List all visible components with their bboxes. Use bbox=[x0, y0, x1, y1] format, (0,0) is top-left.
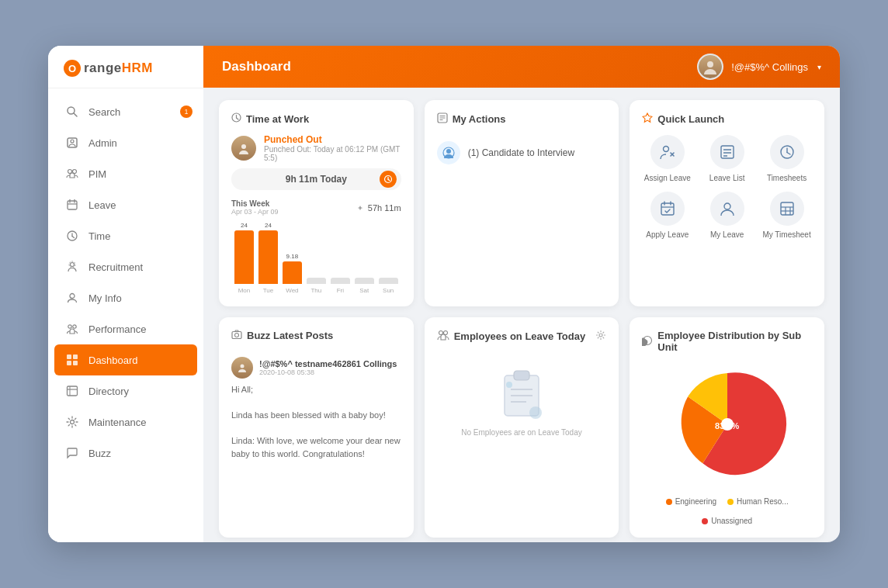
employees-icon bbox=[437, 330, 449, 343]
avatar bbox=[697, 54, 723, 80]
main-area: Dashboard !@#$%^ Collings ▾ bbox=[203, 46, 840, 542]
widgets-grid: Time at Work Punched Out Punched Out: To… bbox=[219, 100, 824, 538]
widget-my-actions: My Actions (1) Candidate to Interview bbox=[425, 100, 619, 306]
performance-icon bbox=[64, 320, 81, 337]
empty-text: No Employees are on Leave Today bbox=[461, 428, 581, 437]
svg-point-38 bbox=[446, 149, 451, 154]
quick-item-my-leave[interactable]: My Leave bbox=[702, 192, 752, 239]
widget-title: My Actions bbox=[437, 112, 506, 126]
widget-title: Buzz Latest Posts bbox=[231, 330, 333, 341]
sidebar-logo: O rangeHRM bbox=[48, 46, 203, 88]
chart-label: Sat bbox=[355, 287, 374, 294]
recruitment-icon bbox=[64, 258, 81, 275]
search-icon bbox=[64, 103, 81, 120]
widget-time-at-work: Time at Work Punched Out Punched Out: To… bbox=[219, 100, 414, 306]
bar-rect bbox=[234, 230, 254, 284]
quick-item-my-timesheet[interactable]: My Timesheet bbox=[761, 192, 812, 239]
gear-icon[interactable] bbox=[595, 330, 606, 343]
legend-dot-engineering bbox=[666, 499, 672, 505]
search-badge: 1 bbox=[180, 105, 193, 118]
quick-icon bbox=[710, 135, 744, 169]
quick-label: Apply Leave bbox=[646, 230, 689, 239]
bar-column: 24 bbox=[234, 222, 254, 284]
quick-item-assign-leave[interactable]: Assign Leave bbox=[642, 135, 692, 182]
timer-icon[interactable] bbox=[380, 171, 397, 188]
svg-rect-60 bbox=[232, 332, 241, 339]
candidate-icon bbox=[437, 141, 460, 164]
bar-rect bbox=[307, 278, 326, 284]
leave-icon bbox=[64, 196, 81, 213]
sidebar-item-search[interactable]: Search 1 bbox=[48, 96, 203, 127]
buzz-avatar bbox=[231, 357, 253, 379]
sidebar-item-label: PIM bbox=[88, 168, 106, 180]
svg-rect-18 bbox=[67, 355, 71, 359]
bar-column bbox=[355, 222, 374, 284]
week-label: This Week bbox=[231, 199, 279, 208]
dashboard-icon bbox=[64, 351, 81, 368]
empty-state: No Employees are on Leave Today bbox=[437, 352, 607, 452]
svg-point-3 bbox=[71, 140, 74, 143]
bar-column bbox=[379, 222, 398, 284]
quick-launch-icon bbox=[642, 112, 653, 126]
quick-item-apply-leave[interactable]: Apply Leave bbox=[642, 192, 692, 239]
chart-label: Sun bbox=[379, 287, 398, 294]
chart-label: Wed bbox=[283, 287, 302, 294]
sidebar-item-label: Admin bbox=[88, 137, 117, 149]
sidebar-item-label: Directory bbox=[88, 386, 129, 397]
sidebar-item-directory[interactable]: Directory bbox=[48, 375, 203, 406]
quick-icon bbox=[710, 192, 744, 226]
legend-item-human-resources: Human Reso... bbox=[727, 497, 789, 506]
sidebar-item-label: Leave bbox=[88, 199, 116, 211]
sidebar-item-admin[interactable]: Admin bbox=[48, 127, 203, 158]
punch-info: Punched Out Punched Out: Today at 06:12 … bbox=[231, 134, 401, 162]
svg-line-1 bbox=[74, 113, 77, 116]
pim-icon bbox=[64, 165, 81, 182]
sidebar-item-buzz[interactable]: Buzz bbox=[48, 438, 203, 469]
bar-rect bbox=[258, 230, 278, 284]
bar-value: 24 bbox=[241, 222, 248, 229]
chart-bars: 24249.18 bbox=[231, 222, 401, 284]
maintenance-icon bbox=[64, 413, 81, 431]
svg-rect-68 bbox=[514, 371, 529, 380]
widget-header: Quick Launch bbox=[642, 112, 812, 126]
punch-avatar bbox=[231, 136, 256, 161]
week-hours: 57h 11m bbox=[356, 203, 401, 213]
punch-out-text: Punched Out: Today at 06:12 PM (GMT 5:5) bbox=[264, 145, 401, 162]
sidebar-item-leave[interactable]: Leave bbox=[48, 189, 203, 220]
svg-point-26 bbox=[707, 61, 713, 67]
sidebar-item-myinfo[interactable]: My Info bbox=[48, 282, 203, 313]
bar-value: 9.18 bbox=[286, 253, 299, 260]
directory-icon bbox=[64, 382, 81, 399]
buzz-timestamp: 2020-10-08 05:38 bbox=[259, 368, 397, 376]
svg-point-72 bbox=[529, 406, 542, 419]
pie-chart: 83.3% bbox=[665, 362, 789, 489]
quick-item-timesheets[interactable]: Timesheets bbox=[761, 135, 812, 182]
pie-legend: Engineering Human Reso... Unassigned bbox=[642, 497, 812, 525]
camera-icon bbox=[231, 330, 242, 341]
svg-point-62 bbox=[241, 365, 245, 368]
sidebar-item-performance[interactable]: Performance bbox=[48, 313, 203, 344]
header-user[interactable]: !@#$%^ Collings ▾ bbox=[697, 54, 821, 80]
widget-buzz: Buzz Latest Posts !@#$%^ testname462861 … bbox=[219, 317, 414, 538]
sidebar-item-pim[interactable]: PIM bbox=[48, 158, 203, 189]
svg-line-33 bbox=[388, 179, 390, 181]
legend-item-unassigned: Unassigned bbox=[702, 517, 752, 525]
sidebar-item-maintenance[interactable]: Maintenance bbox=[48, 406, 203, 438]
legend-dot-hr bbox=[727, 499, 734, 505]
sidebar-item-label: Search bbox=[88, 106, 120, 118]
bar-column: 9.18 bbox=[283, 222, 302, 284]
sidebar-item-recruitment[interactable]: Recruitment bbox=[48, 251, 203, 282]
sidebar-item-time[interactable]: Time bbox=[48, 220, 203, 251]
header-username: !@#$%^ Collings bbox=[731, 61, 808, 73]
quick-item-leave-list[interactable]: Leave List bbox=[702, 135, 752, 182]
svg-rect-20 bbox=[67, 361, 71, 365]
quick-icon bbox=[650, 135, 685, 169]
chart-label: Mon bbox=[234, 287, 254, 294]
sidebar-item-label: Dashboard bbox=[88, 355, 138, 366]
svg-rect-50 bbox=[661, 203, 674, 215]
sidebar-item-label: Maintenance bbox=[88, 417, 146, 428]
sidebar-item-dashboard[interactable]: Dashboard bbox=[54, 344, 197, 375]
sidebar-item-label: My Info bbox=[88, 292, 122, 304]
svg-point-13 bbox=[71, 263, 75, 267]
app-container: O rangeHRM Search 1 Admin bbox=[48, 46, 840, 542]
